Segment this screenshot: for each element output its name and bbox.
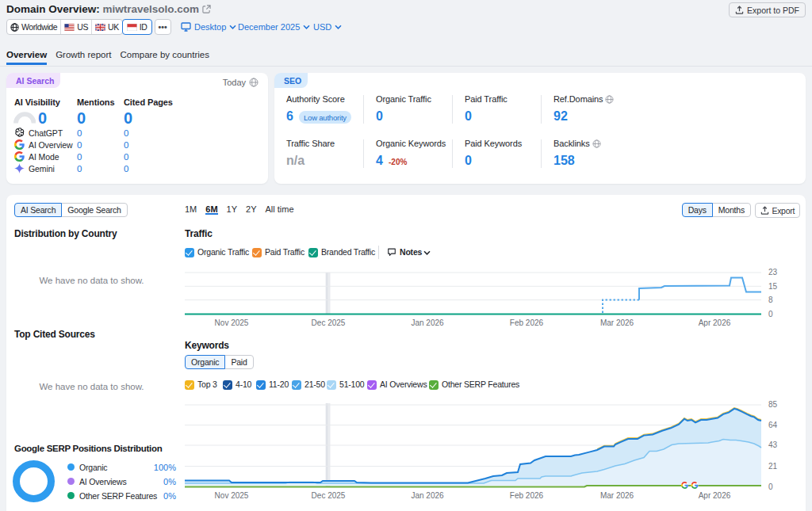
svg-text:0: 0 <box>768 482 773 491</box>
svg-text:Mar 2026: Mar 2026 <box>600 491 634 500</box>
svg-text:Dec 2025: Dec 2025 <box>312 491 346 500</box>
svg-text:43: 43 <box>768 440 778 449</box>
svg-text:Nov 2025: Nov 2025 <box>215 491 249 500</box>
svg-text:21: 21 <box>768 462 778 471</box>
svg-text:85: 85 <box>768 400 778 409</box>
svg-text:Jan 2026: Jan 2026 <box>411 491 444 500</box>
svg-text:64: 64 <box>768 421 778 429</box>
svg-text:Apr 2026: Apr 2026 <box>699 491 731 500</box>
svg-text:Feb 2026: Feb 2026 <box>510 491 544 500</box>
